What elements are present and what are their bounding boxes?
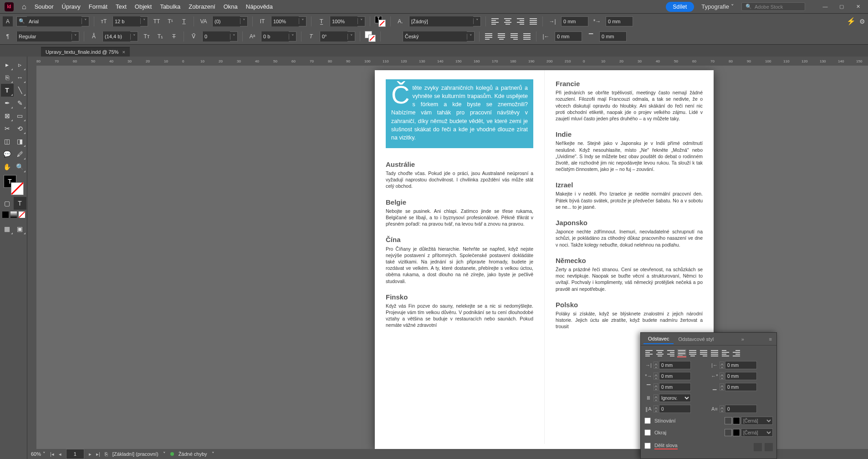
hand-tool[interactable]: ✋	[1, 160, 14, 173]
step-down[interactable]: ▾	[720, 376, 724, 380]
body-text[interactable]: Žerty a prázdné řeči stranou. Cení se ot…	[556, 266, 703, 292]
paragraph-style-status[interactable]: [Základní] (pracovní)	[112, 451, 158, 457]
language-dropdown[interactable]: ˅	[403, 31, 475, 41]
country-heading[interactable]: Francie	[556, 79, 703, 88]
vscale-dropdown[interactable]: ˅	[271, 16, 306, 26]
font-family-input[interactable]	[27, 16, 82, 26]
border-color-icon[interactable]	[733, 429, 740, 436]
hscale-input[interactable]	[330, 16, 357, 26]
rectangle-tool[interactable]: ▭	[14, 109, 26, 122]
gpu-icon[interactable]: ⚡	[847, 17, 856, 26]
space-before-input[interactable]	[599, 31, 627, 41]
fill-stroke-indicator-2[interactable]	[365, 31, 376, 42]
font-family-dropdown[interactable]: 🔍˅	[16, 16, 89, 26]
indent-right-input[interactable]	[555, 31, 582, 41]
country-heading[interactable]: Finsko	[386, 293, 533, 302]
menu-tabulka[interactable]: Tabulka	[160, 3, 180, 10]
pencil-tool[interactable]: ✎	[14, 97, 26, 109]
step-up[interactable]: ▴	[720, 372, 724, 376]
menu-upravy[interactable]: Úpravy	[62, 3, 81, 10]
panel-tab-odstavec[interactable]: Odstavec	[643, 334, 674, 344]
country-heading[interactable]: Polsko	[556, 300, 703, 309]
chevron-down-icon[interactable]: ˅	[82, 18, 89, 24]
body-text[interactable]: Když vás Fin pozve do sauny, nelekejte s…	[386, 303, 533, 329]
workspace-switcher[interactable]: Typografie ˅	[701, 3, 734, 10]
border-checkbox[interactable]	[644, 429, 651, 436]
menu-format[interactable]: Formát	[89, 3, 107, 10]
chevron-down-icon[interactable]: ˅	[299, 18, 306, 24]
page-number-input[interactable]	[66, 449, 84, 459]
zoom-control[interactable]: 60% ˅	[31, 451, 46, 457]
open-icon[interactable]: ⎘	[105, 451, 108, 457]
nav-next-icon[interactable]: ▸	[89, 451, 92, 457]
gap-tool[interactable]: ↔	[14, 71, 26, 84]
tracking-input[interactable]	[203, 31, 230, 41]
font-size-dropdown[interactable]: ˅	[112, 16, 148, 26]
para-indent-right[interactable]	[725, 361, 757, 369]
note-tool[interactable]: 💬	[1, 148, 14, 160]
body-text[interactable]: Makejte i v neděli. Pro Izraelce je nedě…	[556, 191, 703, 210]
step-up[interactable]: ▴	[654, 383, 658, 387]
window-close[interactable]: ✕	[853, 4, 863, 10]
country-heading[interactable]: Japonsko	[556, 218, 703, 227]
step-down[interactable]: ▾	[654, 398, 658, 402]
chevron-down-icon[interactable]: ˅	[43, 451, 46, 457]
free-transform-tool[interactable]: ⟲	[14, 122, 26, 135]
panel-collapse-icon[interactable]: »	[740, 336, 746, 342]
step-down[interactable]: ▾	[654, 387, 658, 391]
chevron-down-icon[interactable]: ˅	[130, 34, 138, 40]
line-tool[interactable]: ╲	[14, 84, 26, 97]
page-left[interactable]: Č těte zvyky zahraničních kolegů a partn…	[375, 70, 544, 444]
leading-dropdown[interactable]: ˅	[102, 31, 138, 41]
text-fill-stroke-indicator[interactable]: T	[375, 16, 386, 27]
strikethrough-icon[interactable]: T	[169, 31, 179, 41]
chevron-down-icon[interactable]: ˅	[212, 451, 214, 457]
step-down[interactable]: ▾	[654, 365, 658, 369]
rectangle-frame-tool[interactable]: ⊠	[1, 109, 14, 122]
font-style-dropdown[interactable]: ˅	[16, 31, 79, 41]
scissors-tool[interactable]: ✂	[1, 122, 14, 135]
chevron-down-icon[interactable]: ˅	[71, 34, 79, 40]
body-text[interactable]: Poláky si získáte, když se blýsknete zna…	[556, 310, 703, 330]
align-left-icon[interactable]	[490, 17, 500, 26]
para-justify-all[interactable]	[710, 349, 719, 357]
chevron-down-icon[interactable]: ˅	[473, 18, 480, 24]
para-space-before[interactable]	[659, 383, 691, 391]
chevron-down-icon[interactable]: ˅	[347, 34, 355, 40]
underline-icon[interactable]: T	[179, 16, 189, 26]
gradient-swatch-tool[interactable]: ◫	[1, 135, 14, 148]
border-color-select[interactable]: [Černá]	[741, 428, 773, 437]
para-space-after[interactable]	[725, 383, 757, 391]
intro-text-frame[interactable]: Č těte zvyky zahraničních kolegů a partn…	[386, 79, 533, 148]
apply-color-icon[interactable]	[2, 211, 9, 218]
window-minimize[interactable]: —	[820, 4, 831, 10]
step-down[interactable]: ▾	[720, 387, 724, 391]
subscript-icon[interactable]: T₁	[155, 31, 165, 41]
shading-checkbox[interactable]	[644, 418, 651, 424]
step-down[interactable]: ▾	[654, 376, 658, 380]
para-direction-rtl-icon[interactable]	[765, 443, 773, 451]
para-justify-left[interactable]	[677, 349, 686, 357]
indent-left-input[interactable]	[561, 16, 588, 26]
paragraph-mode-icon[interactable]: ¶	[3, 31, 13, 41]
baseline-input[interactable]	[261, 31, 289, 41]
allcaps-icon[interactable]: TT	[152, 16, 162, 26]
nav-prev-icon[interactable]: ◂	[59, 451, 61, 457]
close-icon[interactable]: ×	[122, 49, 125, 55]
smallcaps-icon[interactable]: Tт	[142, 31, 152, 41]
home-icon[interactable]: ⌂	[22, 3, 26, 11]
body-text[interactable]: Neříkejte ne. Stejně jako v Japonsku je …	[556, 140, 703, 172]
chevron-down-icon[interactable]: ˅	[289, 34, 296, 40]
body-text[interactable]: Tady choďte včas. Pokud jde o práci, jso…	[386, 170, 533, 190]
window-maximize[interactable]: ▢	[836, 4, 847, 10]
selection-tool[interactable]: ▸	[1, 58, 14, 71]
leading-input[interactable]	[103, 31, 130, 41]
para-direction-ltr-icon[interactable]	[754, 443, 762, 451]
para-align-towards-spine[interactable]	[721, 349, 730, 357]
language-input[interactable]	[403, 31, 467, 41]
fill-stroke-control[interactable]: T	[4, 175, 24, 195]
zoom-tool[interactable]: 🔍	[14, 160, 26, 173]
share-button[interactable]: Sdílet	[666, 2, 694, 12]
view-mode-preview[interactable]: ▣	[14, 222, 26, 235]
step-up[interactable]: ▴	[654, 361, 658, 365]
